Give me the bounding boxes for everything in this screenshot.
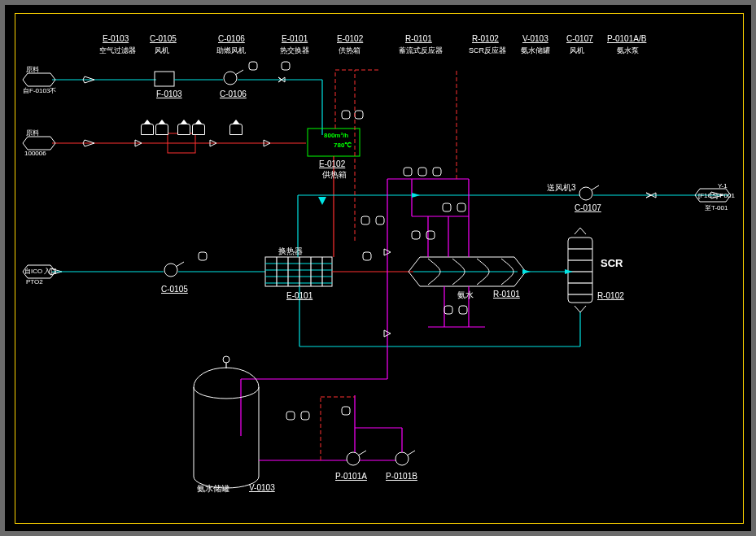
hdr-7-tag: V-0103 [522,34,548,43]
lbl-P0101A: P-0101A [335,472,367,481]
svg-point-83 [395,452,409,465]
hdr-9-name: 氨水泵 [617,46,639,56]
svg-rect-73 [457,203,465,211]
svg-rect-91 [342,407,350,415]
svg-rect-77 [459,306,467,314]
lbl-R0101: R-0101 [493,290,520,299]
lbl-E0102cn: 供热箱 [322,169,347,181]
hdr-8-tag: C-0107 [566,34,593,43]
svg-point-23 [164,264,177,277]
cad-canvas: E-0103 空气过滤器 C-0105 风机 C-0106 助燃风机 E-010… [5,5,751,531]
out1c: 至T-001 [705,203,728,212]
instrument-icon [229,124,243,135]
hdr-2-tag: C-0106 [218,34,245,43]
svg-rect-71 [433,168,441,176]
hdr-1-tag: C-0105 [150,34,177,43]
svg-rect-20 [355,111,363,119]
svg-marker-98 [522,269,531,274]
hdr-5-tag: R-0101 [405,34,432,43]
hdr-0-name: 空气过滤器 [99,46,136,56]
lbl-SCR: SCR [601,257,623,269]
svg-marker-99 [565,269,573,274]
svg-rect-92 [199,252,207,260]
hdr-8-name: 风机 [570,46,584,56]
hdr-3-name: 热交换器 [280,46,309,56]
lbl-P0101B: P-0101B [386,472,417,481]
svg-point-4 [224,72,237,85]
instrument-icon [155,124,168,135]
svg-point-81 [347,452,360,465]
svg-rect-93 [363,252,371,260]
svg-point-51 [579,187,592,200]
lbl-C0105: C-0105 [161,285,188,294]
in2b: 100006 [24,150,46,157]
hdr-6-tag: R-0102 [472,34,499,43]
lbl-C0106: C-0106 [220,89,247,98]
in2a: 原料 [26,129,39,137]
in3b: PTO2 [26,278,43,285]
svg-rect-8 [249,62,257,70]
hdr-7-name: 氨水储罐 [521,46,550,56]
svg-rect-69 [404,168,412,176]
svg-rect-40 [568,237,592,303]
instrument-icon [177,124,190,135]
hdr-9-tag: P-0101A/B [607,34,646,43]
svg-rect-76 [444,306,452,314]
lbl-E0102: E-0102 [319,159,345,168]
hdr-1-name: 风机 [155,46,169,56]
hdr-2-name: 助燃风机 [216,46,246,56]
lbl-R0102: R-0102 [597,291,624,300]
svg-rect-72 [443,203,451,211]
hdr-4-name: 供热箱 [339,46,361,56]
svg-marker-101 [318,197,326,205]
svg-rect-19 [342,111,350,119]
supply-temp: 780℃ [334,142,352,149]
svg-marker-100 [412,193,420,198]
svg-rect-95 [376,216,384,224]
lbl-F0103: F-0103 [156,89,182,98]
hdr-3-tag: E-0101 [282,34,308,43]
lbl-hexcn: 换热器 [278,246,303,257]
out1b: [F1C5] P001 [698,192,735,199]
lbl-tankcn: 氨水储罐 [197,483,229,495]
instrument-icon [141,124,154,135]
out1a: Y-1 [718,182,728,190]
hdr-6-name: SCR反应器 [469,46,506,56]
svg-point-79 [223,356,229,363]
lbl-sendFan: 送风机3 [547,182,576,194]
in3a: 自ICO 入口 [24,267,57,276]
svg-marker-103 [23,137,55,150]
svg-rect-9 [282,62,290,70]
piping-svg [5,5,751,531]
lbl-V0103: V-0103 [249,483,275,492]
svg-rect-70 [418,168,426,176]
in1a: 原料 [26,65,39,74]
hdr-5-name: 蓄流式反应器 [399,46,443,56]
svg-marker-102 [23,73,55,86]
supply-flow: 800m³/h [324,132,348,139]
instrument-icon [192,124,205,135]
svg-rect-89 [286,412,295,420]
lbl-C0107: C-0107 [575,203,601,212]
hdr-0-tag: E-0103 [103,34,129,43]
lbl-E0101: E-0101 [286,291,312,300]
svg-rect-90 [301,412,309,420]
svg-rect-2 [155,72,174,86]
in1b: 自F-0103不 [23,86,56,95]
lbl-ammonia: 氨水 [457,290,474,301]
svg-rect-94 [361,216,369,224]
svg-rect-74 [412,231,420,239]
hdr-4-tag: E-0102 [337,34,363,43]
